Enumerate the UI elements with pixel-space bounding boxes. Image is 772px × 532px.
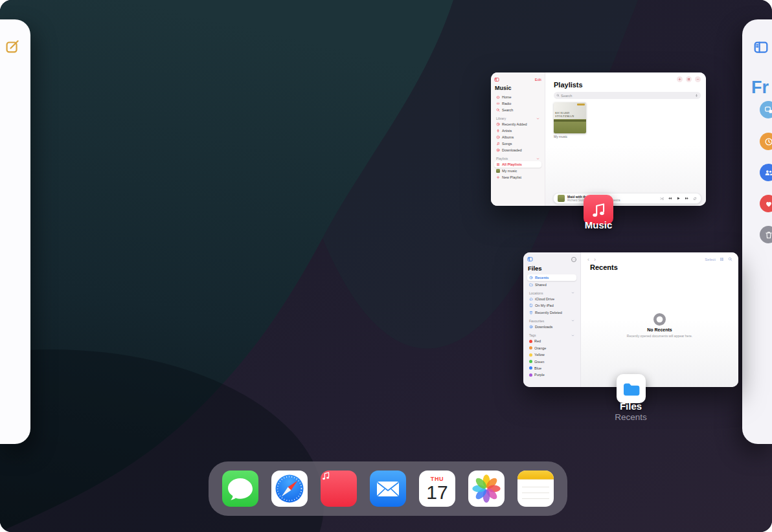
favourites-section-header[interactable]: Favourites [529,319,574,323]
tag-orange[interactable]: Orange [527,345,576,351]
select-button[interactable]: Select [705,258,716,261]
recents-page-title: Recents [590,263,618,271]
download-icon [529,325,533,329]
dock-icon-photos[interactable] [468,471,505,507]
dock-icon-notes[interactable] [517,471,554,507]
rewind-icon[interactable] [668,196,672,201]
playlist-tile[interactable]: RICHARDSTOLTZMAN My music [554,102,586,139]
dock-icon-messages[interactable] [222,471,258,507]
sidebar-item-on-my-ipad[interactable]: On My iPad [527,302,576,309]
sidebar-item-downloads[interactable]: Downloads [527,324,576,330]
recently-deleted-trash-icon[interactable] [760,226,772,243]
tag-yellow[interactable]: Yellow [527,351,576,358]
search-icon [556,94,560,97]
sidebar-item-songs[interactable]: Songs [494,140,541,147]
ipad-app-switcher-screen: Fr Edit Music Home Radio Search Library … [0,0,772,532]
music-note-icon [321,471,331,481]
empty-state-caption: Recently opened documents will appear he… [627,334,692,338]
dictation-mic-icon[interactable] [695,94,698,97]
dock-icon-music[interactable] [321,471,357,507]
music-sidebar: Edit Music Home Radio Search Library Rec… [491,72,545,206]
album-art: RICHARDSTOLTZMAN [554,102,586,133]
empty-state: No Recents Recently opened documents wil… [581,313,738,338]
music-sidebar-title: Music [495,85,541,91]
back-chevron[interactable]: ‹ [587,258,589,261]
view-options-button[interactable] [686,76,692,82]
compose-icon[interactable] [5,39,20,54]
sidebar-item-radio[interactable]: Radio [494,100,541,107]
dock-icon-mail[interactable] [370,471,406,507]
dock-icon-safari[interactable] [271,471,308,507]
music-search-field[interactable]: Search [554,92,701,99]
grid-view-icon[interactable] [720,257,724,261]
sidebar-item-artists[interactable]: Artists [494,127,541,134]
mic-icon [496,129,500,133]
tag-green[interactable]: Green [527,358,576,364]
tag-purple[interactable]: Purple [527,371,576,378]
sidebar-toggle-icon[interactable] [753,39,769,55]
files-sidebar-title: Files [528,265,576,272]
tag-blue[interactable]: Blue [527,365,576,371]
download-icon [496,148,500,152]
sidebar-item-downloaded[interactable]: Downloaded [494,147,541,153]
dock-icon-calendar[interactable]: THU 17 [419,471,455,507]
freeform-edge-panel[interactable]: Fr [742,19,772,444]
search-icon[interactable] [728,257,732,261]
tags-section-header[interactable]: Tags [529,333,574,337]
favourites-heart-icon[interactable] [760,195,772,212]
now-playing-bar[interactable]: Maid with the Flaxen Hair Richard Stoltz… [553,193,701,204]
clock-icon [496,122,500,126]
search-placeholder: Search [561,94,572,98]
ipad-icon [529,304,533,307]
repeat-icon[interactable] [693,197,697,201]
sidebar-item-my-music[interactable]: My music [494,168,541,174]
trash-icon [529,311,533,315]
home-icon [496,95,500,99]
chevron-down-icon [536,157,539,161]
shuffle-icon[interactable] [660,197,664,201]
sidebar-item-shared[interactable]: Shared [527,281,576,287]
recents-clock-icon[interactable] [760,133,772,150]
sidebar-item-recently-deleted[interactable]: Recently Deleted [527,309,576,316]
forward-chevron[interactable]: › [594,258,596,261]
sidebar-more-button[interactable]: ⋯ [571,257,576,262]
locations-section-header[interactable]: Locations [529,291,574,295]
playlist-thumbnail [496,169,500,173]
tag-dot [529,346,532,349]
library-section-header[interactable]: Library [496,116,539,120]
compass-icon [271,471,308,507]
all-boards-icon[interactable] [760,101,772,118]
notes-icon-band [517,471,554,480]
playlists-section-header[interactable]: Playlists [496,157,539,161]
sidebar-item-home[interactable]: Home [494,94,541,100]
files-app-card[interactable]: ⋯ Files Recents Shared Locations iCloud … [523,252,738,387]
sidebar-item-search[interactable]: Search [494,107,541,113]
new-playlist-button[interactable] [677,76,683,82]
tag-dot [529,373,532,377]
sidebar-item-recents[interactable]: Recents [527,274,576,281]
music-app-card[interactable]: Edit Music Home Radio Search Library Rec… [491,72,706,206]
sidebar-item-all-playlists[interactable]: All Playlists [494,161,541,168]
envelope-icon [370,471,406,507]
album-art-badge [577,104,585,105]
calendar-date: 17 [419,482,455,503]
edit-button[interactable]: Edit [535,78,541,82]
shared-people-icon[interactable] [760,164,772,181]
sidebar-toggle-icon[interactable] [494,77,499,82]
playlists-page-title: Playlists [554,81,583,89]
sidebar-item-new-playlist[interactable]: New Playlist [494,174,541,181]
sidebar-toggle-icon[interactable] [527,256,533,262]
play-icon[interactable] [676,196,681,201]
files-sidebar: ⋯ Files Recents Shared Locations iCloud … [523,252,581,387]
fast-forward-icon[interactable] [685,196,689,201]
tag-red[interactable]: Red [527,338,576,344]
sidebar-item-albums[interactable]: Albums [494,134,541,140]
files-card-label: Files [585,401,676,412]
files-app-icon[interactable] [617,374,646,403]
freeform-title: Fr [751,78,769,98]
notes-edge-panel[interactable] [0,19,30,444]
radio-icon [496,102,500,105]
more-button[interactable] [695,76,701,82]
sidebar-item-recently-added[interactable]: Recently Added [494,121,541,127]
sidebar-item-icloud-drive[interactable]: iCloud Drive [527,296,576,302]
